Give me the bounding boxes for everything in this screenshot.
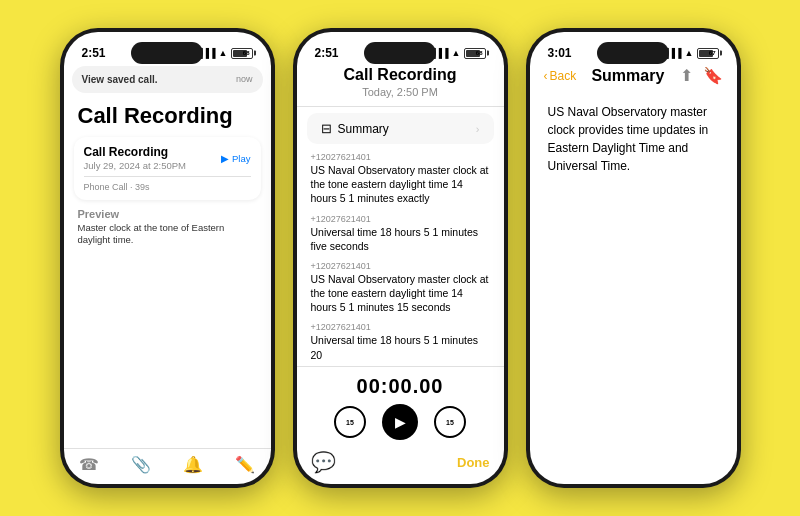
tab-notifications[interactable]: 🔔 [183,455,203,474]
play-button[interactable]: ▶ Play [221,153,250,164]
transcript-entry-2: +12027621401 Universal time 18 hours 5 1… [311,214,490,253]
transcript-entry-3: +12027621401 US Naval Observatory master… [311,261,490,315]
app-title-section: Call Recording [64,97,271,133]
p2-date: Today, 2:50 PM [311,86,490,98]
rec-duration: Phone Call · 39s [84,182,251,192]
preview-label: Preview [78,208,257,220]
bookmark-icon[interactable]: 🔖 [703,66,723,85]
t-text-2: Universal time 18 hours 5 1 minutes five… [311,225,490,253]
compose-icon: ✏️ [235,455,255,474]
p2-title: Call Recording [311,66,490,84]
done-button[interactable]: Done [457,455,490,470]
voice-memos-icon[interactable]: 💬 [311,450,336,474]
play-pause-button[interactable]: ▶ [382,404,418,440]
tab-compose[interactable]: ✏️ [235,455,255,474]
transcript-entry-4: +12027621401 Universal time 18 hours 5 1… [311,322,490,361]
transcript-entry-1: +12027621401 US Naval Observatory master… [311,152,490,206]
share-icon[interactable]: ⬆ [680,66,693,85]
phone-2: 2:51 ▐▐▐ ▲ 68 Call Recording Today, 2:50… [293,28,508,488]
wifi-icon-2: ▲ [452,48,461,58]
play-label: Play [232,153,250,164]
chevron-left-icon: ‹ [544,69,548,83]
summary-icon: ⊟ [321,121,332,136]
skip-fwd-button[interactable]: 15 [434,406,466,438]
back-label: Back [550,69,577,83]
status-time-2: 2:51 [315,46,339,60]
phone2-content: Call Recording Today, 2:50 PM ⊟ Summary … [297,62,504,484]
summary-row[interactable]: ⊟ Summary › [307,113,494,144]
dynamic-island-1 [131,42,203,64]
skip-fwd-label: 15 [446,419,454,426]
preview-section: Preview Master clock at the tone of East… [64,204,271,249]
calls-icon: ☎ [79,455,99,474]
p3-title: Summary [576,67,679,85]
summary-label: Summary [338,122,389,136]
summary-text: US Naval Observatory master clock provid… [548,103,719,175]
skip-back-label: 15 [346,419,354,426]
t-number-4: +12027621401 [311,322,490,332]
t-text-4: Universal time 18 hours 5 1 minutes 20 [311,333,490,361]
notifications-icon: 🔔 [183,455,203,474]
notif-text: View saved call. [82,74,158,85]
phone3-content: ‹ Back Summary ⬆ 🔖 US Naval Observatory … [530,62,737,484]
tab-bar: ☎ 📎 🔔 ✏️ [64,448,271,484]
status-icons-3: ▐▐▐ ▲ 67 [662,48,718,59]
p3-nav: ‹ Back Summary ⬆ 🔖 [530,62,737,93]
back-button[interactable]: ‹ Back [544,69,577,83]
chevron-right-icon: › [476,123,480,135]
transcript-list: +12027621401 US Naval Observatory master… [297,148,504,366]
tab-calls[interactable]: ☎ [79,455,99,474]
phone-1: 2:51 🔔 ▐▐▐ ▲ 68 View saved call. now Cal… [60,28,275,488]
rec-name: Call Recording [84,145,186,159]
p2-header: Call Recording Today, 2:50 PM [297,62,504,107]
notification-banner[interactable]: View saved call. now [72,66,263,93]
play-icon: ▶ [221,153,229,164]
battery-icon: 68 [231,48,253,59]
wifi-icon: ▲ [219,48,228,58]
preview-text: Master clock at the tone of Eastern dayl… [78,222,257,247]
tab-attachments[interactable]: 📎 [131,455,151,474]
summary-body: US Naval Observatory master clock provid… [530,93,737,484]
player-section: 00:00.00 15 ▶ 15 [297,366,504,444]
p2-bottom-bar: 💬 Done [297,444,504,484]
status-time-1: 2:51 [82,46,106,60]
t-number-2: +12027621401 [311,214,490,224]
wifi-icon-3: ▲ [685,48,694,58]
recording-item[interactable]: Call Recording July 29, 2024 at 2:50PM ▶… [74,137,261,200]
phone-3: 3:01 ▐▐▐ ▲ 67 ‹ Back Summary ⬆ � [526,28,741,488]
player-time: 00:00.00 [311,375,490,398]
notif-time: now [236,74,253,84]
attachments-icon: 📎 [131,455,151,474]
player-controls: 15 ▶ 15 [311,404,490,440]
play-triangle-icon: ▶ [395,414,406,430]
status-time-3: 3:01 [548,46,572,60]
battery-icon-2: 68 [464,48,486,59]
dynamic-island-3 [597,42,669,64]
dynamic-island-2 [364,42,436,64]
t-text-1: US Naval Observatory master clock at the… [311,163,490,206]
p3-action-icons: ⬆ 🔖 [680,66,723,85]
phone1-content: View saved call. now Call Recording Call… [64,62,271,484]
rec-divider [84,176,251,177]
t-text-3: US Naval Observatory master clock at the… [311,272,490,315]
battery-icon-3: 67 [697,48,719,59]
app-title: Call Recording [78,103,257,129]
t-number-3: +12027621401 [311,261,490,271]
status-icons-2: ▐▐▐ ▲ 68 [429,48,485,59]
t-number-1: +12027621401 [311,152,490,162]
skip-back-button[interactable]: 15 [334,406,366,438]
rec-date: July 29, 2024 at 2:50PM [84,160,186,171]
